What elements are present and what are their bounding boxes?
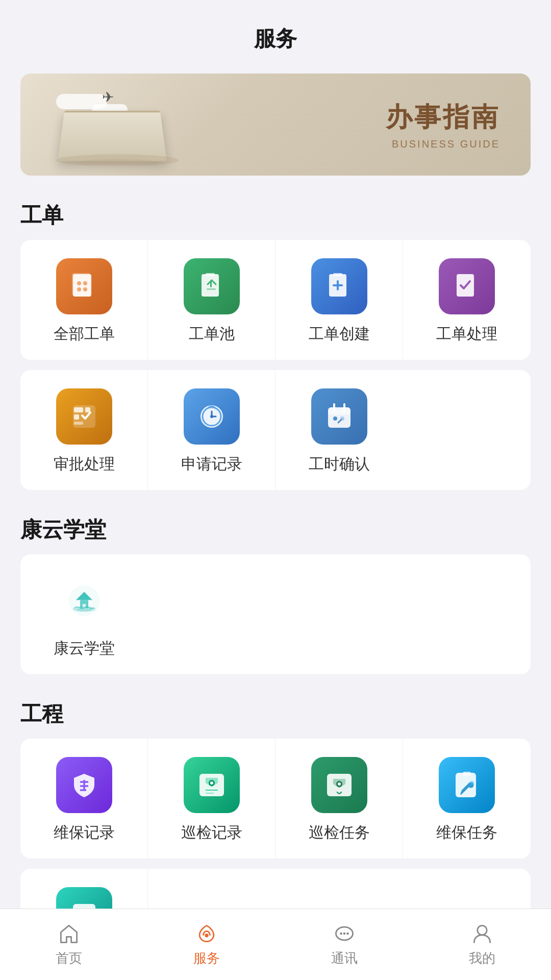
process-order-item[interactable]: 工单处理 (403, 240, 531, 360)
apply-record-icon (195, 400, 228, 433)
maintenance-task-item[interactable]: 维保任务 (403, 739, 531, 859)
all-orders-icon (68, 270, 101, 303)
gongdan-grid-row2: 审批处理 申请记录 (20, 370, 531, 490)
empty3 (276, 554, 403, 674)
empty-slot (403, 370, 531, 490)
patrol-task-item[interactable]: 巡检任务 (276, 739, 403, 859)
create-order-icon-wrap (311, 258, 367, 314)
wave-illustration (51, 135, 184, 165)
svg-point-61 (205, 934, 208, 937)
maintenance-record-icon-wrap (56, 757, 112, 813)
patrol-task-label: 巡检任务 (309, 822, 370, 843)
create-order-item[interactable]: 工单创建 (276, 240, 403, 360)
patrol-record-item[interactable]: 巡检记录 (148, 739, 276, 859)
process-order-label: 工单处理 (436, 324, 497, 345)
approve-icon-wrap (56, 388, 112, 445)
svg-rect-21 (74, 422, 83, 425)
home-icon (57, 922, 81, 945)
nav-mine[interactable]: 我的 (448, 917, 516, 972)
svg-rect-19 (85, 407, 90, 412)
banner-title-en: BUSINESS GUIDE (386, 138, 500, 150)
page-title: 服务 (254, 27, 297, 51)
nav-service-label: 服务 (193, 949, 220, 967)
banner-illustration: ✈ (51, 84, 214, 165)
maintenance-record-icon (68, 769, 101, 801)
header: 服务 (0, 0, 551, 63)
bottom-nav: 首页 服务 通讯 我的 (0, 909, 551, 980)
order-pool-label: 工单池 (189, 324, 235, 345)
order-pool-icon-wrap (184, 258, 240, 314)
maintenance-task-icon-wrap (439, 757, 495, 813)
order-pool-icon (195, 270, 228, 303)
svg-point-65 (346, 933, 349, 935)
svg-point-45 (210, 781, 213, 785)
gongdan-grid-row1: 全部工单 工单池 (20, 240, 531, 360)
svg-rect-52 (463, 772, 471, 776)
apply-record-item[interactable]: 申请记录 (148, 370, 276, 490)
create-order-label: 工单创建 (309, 324, 370, 345)
all-orders-label: 全部工单 (54, 324, 115, 345)
svg-point-53 (470, 781, 474, 785)
empty2 (148, 554, 276, 674)
svg-point-38 (76, 608, 92, 611)
svg-point-64 (343, 933, 346, 935)
patrol-record-label: 巡检记录 (181, 822, 242, 843)
approve-label: 审批处理 (54, 454, 115, 475)
patrol-record-icon-wrap (184, 757, 240, 813)
apply-record-icon-wrap (184, 388, 240, 445)
gongcheng-grid-row1: 维保记录 巡检记录 (20, 739, 531, 859)
svg-rect-7 (72, 273, 90, 296)
communication-icon (333, 922, 356, 945)
work-hours-icon (323, 400, 356, 433)
gongdan-section: 工单 全部工单 (0, 191, 551, 505)
all-orders-icon-wrap (56, 258, 112, 314)
gongdan-title: 工单 (20, 201, 531, 230)
apply-record-label: 申请记录 (181, 454, 242, 475)
work-hours-icon-wrap (311, 388, 367, 445)
approve-icon (68, 400, 101, 433)
nav-communication-label: 通讯 (331, 949, 358, 967)
svg-rect-35 (77, 602, 80, 604)
patrol-task-icon-wrap (311, 757, 367, 813)
kangyun-icon (68, 584, 101, 617)
kangyun-title: 康云学堂 (20, 516, 531, 544)
svg-rect-13 (333, 273, 342, 276)
svg-point-50 (338, 782, 341, 786)
work-hours-label: 工时确认 (309, 454, 370, 475)
svg-rect-20 (74, 414, 79, 420)
all-orders-item[interactable]: 全部工单 (20, 240, 148, 360)
work-hours-item[interactable]: 工时确认 (276, 370, 403, 490)
kangyun-section: 康云学堂 (0, 505, 551, 690)
process-order-icon (450, 270, 483, 303)
banner[interactable]: ✈ 办事指南 BUSINESS GUIDE (20, 74, 531, 176)
svg-rect-27 (328, 410, 350, 414)
nav-home[interactable]: 首页 (35, 917, 103, 972)
kangyun-class-item[interactable]: 康云学堂 (20, 554, 148, 674)
process-order-icon-wrap (439, 258, 495, 314)
svg-point-66 (478, 925, 487, 935)
nav-home-label: 首页 (56, 949, 82, 967)
svg-rect-9 (206, 273, 215, 276)
svg-point-63 (340, 933, 342, 935)
kangyun-icon-wrap (56, 573, 112, 629)
empty4 (403, 554, 531, 674)
plane-icon: ✈ (102, 89, 114, 106)
kangyun-grid: 康云学堂 (20, 554, 531, 674)
maintenance-task-icon (450, 769, 483, 801)
maintenance-record-item[interactable]: 维保记录 (20, 739, 148, 859)
service-icon (195, 922, 218, 945)
kangyun-class-label: 康云学堂 (54, 638, 115, 659)
maintenance-record-label: 维保记录 (54, 822, 115, 843)
gongcheng-title: 工程 (20, 700, 531, 728)
create-order-icon (323, 270, 356, 303)
mine-icon (470, 922, 494, 945)
nav-communication[interactable]: 通讯 (311, 917, 378, 972)
svg-point-30 (333, 416, 337, 421)
maintenance-task-label: 维保任务 (436, 822, 497, 843)
svg-rect-11 (207, 288, 216, 290)
approve-item[interactable]: 审批处理 (20, 370, 148, 490)
nav-service[interactable]: 服务 (173, 917, 240, 972)
banner-text: 办事指南 BUSINESS GUIDE (386, 100, 500, 150)
order-pool-item[interactable]: 工单池 (148, 240, 276, 360)
svg-rect-36 (89, 602, 92, 604)
